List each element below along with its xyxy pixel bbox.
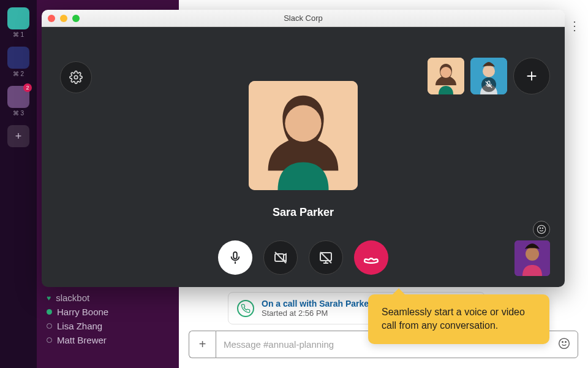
composer-attach-button[interactable]: + xyxy=(189,331,216,358)
caller-avatar xyxy=(249,81,358,190)
camera-off-icon xyxy=(273,250,288,265)
participant-thumb-1[interactable] xyxy=(428,58,464,94)
svg-point-7 xyxy=(483,65,495,77)
svg-point-24 xyxy=(526,247,539,261)
emoji-picker-icon[interactable] xyxy=(558,337,570,351)
svg-point-1 xyxy=(562,342,564,343)
dm-item-slackbot[interactable]: ♥ slackbot xyxy=(47,291,169,305)
feature-tooltip: Seamlessly start a voice or video call f… xyxy=(368,294,549,344)
fullscreen-window-button[interactable] xyxy=(72,15,80,22)
tooltip-text: Seamlessly start a voice or video call f… xyxy=(382,307,525,331)
phone-icon xyxy=(237,300,254,317)
presence-active-icon xyxy=(47,309,52,315)
participant-thumb-2[interactable] xyxy=(470,58,507,94)
heart-icon: ♥ xyxy=(47,294,51,302)
reactions-button[interactable] xyxy=(533,221,550,238)
presence-away-icon xyxy=(47,323,52,329)
share-screen-button[interactable] xyxy=(309,240,343,275)
svg-point-2 xyxy=(565,342,567,343)
plus-icon xyxy=(525,69,538,83)
call-window: Slack Corp Sara Parker xyxy=(42,10,565,287)
share-screen-off-icon xyxy=(318,250,333,265)
dm-item-matt[interactable]: Matt Brewer xyxy=(47,333,169,347)
end-call-button[interactable] xyxy=(354,240,388,275)
call-body: Sara Parker xyxy=(42,27,565,287)
svg-point-12 xyxy=(285,105,321,142)
caller-name: Sara Parker xyxy=(273,206,334,219)
svg-point-3 xyxy=(74,75,78,79)
call-titlebar: Slack Corp xyxy=(42,10,565,27)
dm-label: Matt Brewer xyxy=(57,335,107,345)
gear-icon xyxy=(69,71,83,84)
dm-label: Lisa Zhang xyxy=(57,321,102,331)
dm-label: Harry Boone xyxy=(57,307,108,317)
call-notice-title: On a call with Sarah Parker xyxy=(262,299,372,309)
mute-button[interactable] xyxy=(218,240,252,275)
hangup-icon xyxy=(363,250,379,266)
workspaces-rail: ⌘ 1 ⌘ 2 2 ⌘ 3 + xyxy=(0,0,37,368)
dm-item-harry[interactable]: Harry Boone xyxy=(47,305,169,319)
dm-label: slackbot xyxy=(56,293,89,303)
call-window-title: Slack Corp xyxy=(42,13,565,23)
self-video-thumb[interactable] xyxy=(514,240,550,276)
close-window-button[interactable] xyxy=(48,15,55,22)
svg-point-20 xyxy=(537,225,545,233)
add-participant-button[interactable] xyxy=(513,58,550,94)
call-controls xyxy=(218,240,388,275)
svg-point-21 xyxy=(540,228,540,228)
camera-toggle-button[interactable] xyxy=(263,240,298,275)
call-notice-subtitle: Started at 2:56 PM xyxy=(262,309,372,318)
muted-icon xyxy=(481,77,496,92)
call-settings-button[interactable] xyxy=(60,61,92,93)
svg-point-0 xyxy=(559,339,570,349)
svg-point-22 xyxy=(542,228,543,228)
more-menu-button[interactable]: ⋮ xyxy=(568,18,581,33)
workspace-switch-3[interactable]: 2 ⌘ 3 xyxy=(7,86,29,108)
add-workspace-button[interactable]: + xyxy=(7,125,29,147)
presence-away-icon xyxy=(47,337,52,343)
minimize-window-button[interactable] xyxy=(60,15,67,22)
workspace-switch-1[interactable]: ⌘ 1 xyxy=(7,7,29,29)
microphone-icon xyxy=(228,251,242,264)
composer-placeholder: Message #annual-planning xyxy=(224,339,334,350)
smile-icon xyxy=(537,224,546,234)
workspace-badge: 2 xyxy=(23,83,32,92)
svg-point-5 xyxy=(440,67,451,78)
workspace-switch-2[interactable]: ⌘ 2 xyxy=(7,47,29,69)
dm-item-lisa[interactable]: Lisa Zhang xyxy=(47,319,169,333)
